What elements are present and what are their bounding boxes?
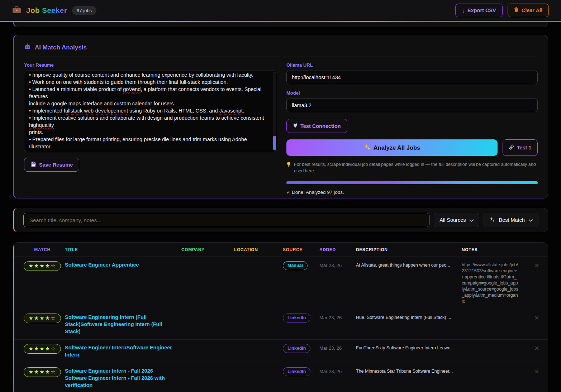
- job-title-link[interactable]: Software Engineer Apprentice: [65, 261, 181, 268]
- test-tube-icon: [509, 144, 514, 151]
- source-filter-value: All Sources: [439, 217, 466, 223]
- job-notes[interactable]: [462, 344, 518, 345]
- job-notes[interactable]: [462, 367, 518, 368]
- ollama-url-input[interactable]: [286, 71, 538, 84]
- app-title: Job Seeker: [26, 6, 67, 15]
- ai-match-analysis-panel: AI Match Analysis Your Resume • Improve …: [13, 35, 548, 199]
- delete-job-button[interactable]: ✕: [534, 261, 539, 269]
- test-connection-label: Test Connection: [300, 123, 341, 129]
- analyze-all-jobs-label: Analyze All Jobs: [374, 144, 420, 151]
- sparkles-icon: [364, 144, 370, 152]
- test-connection-button[interactable]: Test Connection: [286, 119, 347, 133]
- analysis-progress-bar: [286, 181, 538, 184]
- job-title-link[interactable]: Software Engineer InternSoftware Enginee…: [65, 344, 181, 358]
- column-header-source: SOURCE: [283, 247, 319, 252]
- job-description: FanThreeSixty Software Engineer Intern L…: [356, 344, 462, 350]
- ai-panel-title: AI Match Analysis: [35, 44, 87, 51]
- save-resume-button[interactable]: Save Resume: [24, 158, 79, 172]
- job-description: At Allstate, great things happen when ou…: [356, 261, 462, 268]
- plug-icon: [293, 123, 298, 129]
- column-header-title: TITLE: [65, 247, 181, 252]
- table-row: ★★★★☆Software Engineer InternSoftware En…: [13, 340, 548, 363]
- column-header-match: MATCH: [20, 247, 65, 252]
- lightbulb-icon: [286, 161, 291, 174]
- analysis-status: ✓ Done! Analyzed 97 jobs.: [286, 189, 538, 195]
- resume-label: Your Resume: [24, 62, 277, 68]
- delete-job-button[interactable]: ✕: [534, 344, 539, 352]
- column-header-description: DESCRIPTION: [356, 247, 462, 252]
- save-resume-label: Save Resume: [39, 162, 73, 168]
- match-rating-badge: ★★★★☆: [24, 344, 61, 354]
- table-header-row: MATCH TITLE COMPANY LOCATION SOURCE ADDE…: [13, 243, 548, 257]
- table-row: ★★★★☆Software Engineering Intern (Full S…: [13, 309, 548, 340]
- source-badge: LinkedIn: [283, 344, 310, 353]
- match-rating-badge: ★★★★☆: [24, 314, 61, 323]
- column-header-company: COMPANY: [181, 247, 234, 252]
- app-header: Job Seeker 97 jobs ↓ Export CSV Clear Al…: [0, 0, 561, 21]
- job-added-date: Mar 23, 26: [319, 261, 356, 268]
- chevron-down-icon: [470, 217, 474, 223]
- analysis-hint-text: For best results, scrape individual job …: [294, 161, 538, 174]
- column-header-added: ADDED: [319, 247, 356, 252]
- column-header-location: LOCATION: [234, 247, 283, 252]
- source-badge: LinkedIn: [283, 314, 310, 322]
- table-row: ★★★★☆Software Engineer ApprenticeManualM…: [13, 257, 548, 309]
- clear-all-button[interactable]: Clear All: [508, 4, 549, 17]
- resume-text: • Improve quality of course content and …: [29, 71, 270, 150]
- job-rows: ★★★★☆Software Engineer ApprenticeManualM…: [13, 257, 548, 392]
- column-header-notes: NOTES: [462, 247, 526, 252]
- job-description: Hue. Software Engineering Intern (Full S…: [356, 314, 462, 320]
- test-one-label: Test 1: [517, 145, 532, 150]
- analysis-hint: For best results, scrape individual job …: [286, 161, 538, 174]
- search-filter-panel: All Sources Best Match: [13, 208, 548, 232]
- clear-all-label: Clear All: [522, 8, 542, 13]
- job-added-date: Mar 23, 26: [319, 314, 356, 320]
- job-title-link[interactable]: Software Engineer Intern - Fall 2026 Sof…: [65, 367, 181, 389]
- job-added-date: Mar 23, 26: [319, 344, 356, 351]
- resume-textarea[interactable]: • Improve quality of course content and …: [24, 71, 277, 152]
- sort-filter-value: Best Match: [499, 217, 525, 223]
- resume-scrollbar-thumb[interactable]: [273, 136, 276, 150]
- trash-icon: [514, 7, 519, 14]
- job-notes[interactable]: https://www.allstate.jobs/job/23121503/s…: [462, 261, 518, 305]
- job-title-link[interactable]: Software Engineering Intern (Full Stack)…: [65, 314, 181, 335]
- table-row: ★★★★☆Software Engineer Intern - Fall 202…: [13, 363, 548, 392]
- delete-job-button[interactable]: ✕: [534, 367, 539, 375]
- sort-filter-select[interactable]: Best Match: [484, 213, 538, 227]
- match-rating-badge: ★★★★☆: [24, 367, 61, 377]
- search-input[interactable]: [23, 213, 429, 227]
- job-added-date: Mar 23, 26: [319, 367, 356, 374]
- briefcase-icon: [12, 6, 21, 15]
- source-badge: Manual: [283, 261, 308, 270]
- download-arrow-icon: ↓: [462, 8, 465, 14]
- chevron-down-icon: [529, 217, 533, 223]
- sparkles-icon: [489, 217, 495, 223]
- source-filter-select[interactable]: All Sources: [434, 213, 479, 227]
- jobs-count-badge: 97 jobs: [72, 6, 96, 15]
- analyze-all-jobs-button[interactable]: Analyze All Jobs: [286, 139, 498, 156]
- job-notes[interactable]: [462, 314, 518, 314]
- model-label: Model: [286, 90, 538, 96]
- source-badge: LinkedIn: [283, 367, 310, 376]
- robot-icon: [24, 43, 31, 52]
- scrolled-panel-stub: [13, 22, 548, 27]
- export-csv-button[interactable]: ↓ Export CSV: [455, 4, 502, 17]
- export-csv-label: Export CSV: [467, 8, 496, 13]
- model-input[interactable]: [286, 99, 538, 112]
- match-rating-badge: ★★★★☆: [24, 261, 61, 271]
- test-one-button[interactable]: Test 1: [503, 139, 538, 156]
- floppy-disk-icon: [30, 161, 36, 168]
- job-description: The Minnesota Star Tribune Software Engi…: [356, 367, 462, 374]
- ollama-url-label: Ollama URL: [286, 62, 538, 68]
- jobs-table: MATCH TITLE COMPANY LOCATION SOURCE ADDE…: [13, 242, 548, 392]
- delete-job-button[interactable]: ✕: [534, 314, 539, 321]
